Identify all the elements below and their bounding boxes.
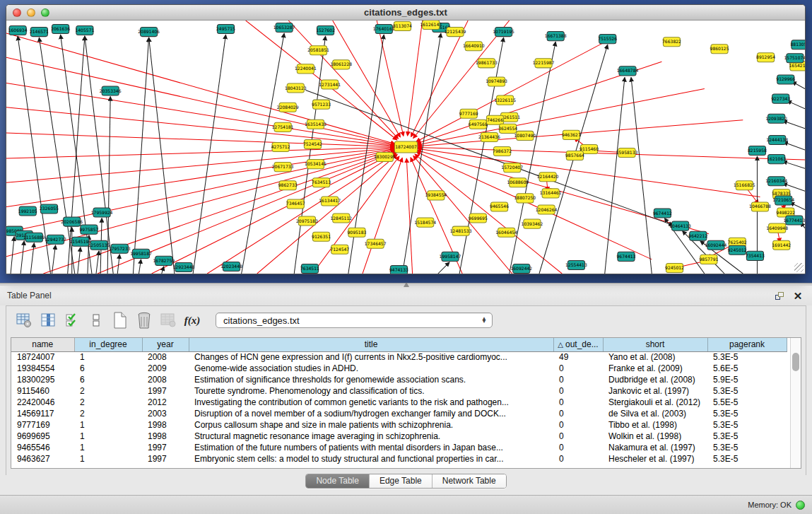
graph-node[interactable]: 9777169 [459, 109, 478, 118]
graph-node[interactable]: 16046454 [495, 228, 517, 237]
graph-edge[interactable] [133, 37, 148, 274]
column-header-name[interactable]: name [11, 338, 74, 351]
graph-node[interactable]: 22084029 [277, 103, 299, 112]
graph-node[interactable]: 9126351 [312, 232, 331, 241]
graph-node[interactable]: 12754181 [272, 122, 294, 132]
graph-edge[interactable] [402, 33, 440, 274]
graph-node[interactable]: 15166825 [734, 181, 755, 190]
graph-edge[interactable] [117, 255, 119, 274]
window-titlebar[interactable]: citations_edges.txt [6, 5, 805, 21]
graph-node[interactable]: 12046264 [536, 205, 558, 214]
graph-node[interactable]: 2146571 [30, 28, 49, 37]
graph-node[interactable]: 7634513 [312, 178, 331, 187]
graph-edge[interactable] [787, 101, 805, 109]
graph-edge[interactable] [510, 42, 556, 274]
graph-node[interactable]: 746266 [486, 115, 503, 124]
graph-node[interactable]: 17959924 [91, 208, 113, 217]
column-header-short[interactable]: short [603, 338, 707, 351]
graph-node[interactable]: 1527602 [316, 26, 335, 35]
graph-node[interactable]: 9674413 [617, 252, 636, 261]
graph-node[interactable]: 7346457 [286, 199, 305, 209]
graph-node[interactable]: 7986372 [493, 146, 512, 156]
graph-node[interactable]: 7663822 [662, 37, 681, 47]
graph-node[interactable]: 17210654 [772, 196, 794, 205]
graph-node[interactable]: 20891406 [138, 28, 160, 37]
graph-node[interactable]: 12160344 [765, 177, 787, 186]
graph-node[interactable]: 18061228 [330, 60, 352, 69]
graph-edge[interactable] [417, 150, 709, 233]
graph-edge[interactable] [438, 262, 449, 274]
graph-node[interactable]: 10466788 [749, 202, 771, 211]
graph-edge[interactable] [631, 77, 652, 274]
table-row[interactable]: 946362711997Embryonic stem cells: a mode… [11, 453, 787, 465]
graph-node[interactable]: 10464133 [669, 221, 691, 230]
graph-node[interactable]: 8912954 [756, 53, 775, 62]
graph-edge[interactable] [30, 243, 34, 274]
graph-node[interactable]: 9463627 [562, 130, 581, 139]
graph-edge[interactable] [139, 259, 141, 274]
graph-node[interactable]: 9571233 [312, 100, 331, 109]
graph-node[interactable]: 9129966 [776, 75, 795, 84]
table-row[interactable]: 1830029562008Estimation of significance … [11, 374, 787, 385]
graph-edge[interactable] [20, 241, 24, 274]
graph-node[interactable]: 2061636 [51, 25, 70, 34]
graph-node[interactable]: 19861733 [476, 59, 498, 68]
graph-node[interactable]: 8215958 [748, 146, 767, 155]
graph-node[interactable]: 4275712 [271, 142, 290, 151]
graph-edge[interactable] [6, 133, 394, 147]
graph-node[interactable]: 13226115 [494, 95, 516, 105]
graph-edge[interactable] [784, 142, 805, 150]
graph-edge[interactable] [377, 21, 404, 136]
table-row[interactable]: 977716911998Corpus callosum shape and si… [11, 419, 787, 431]
table-row[interactable]: 911546021997Tourette syndrome. Phenomeno… [11, 385, 787, 397]
graph-node[interactable]: 10807490 [514, 131, 536, 140]
graph-node[interactable]: 12505135 [88, 240, 110, 250]
graph-edge[interactable] [6, 57, 395, 144]
graph-node[interactable]: 7515526 [598, 35, 617, 44]
table-row[interactable]: 946554611997Estimation of the future num… [11, 442, 787, 453]
graph-node[interactable]: 8813054 [790, 40, 805, 49]
graph-node[interactable]: 9474133 [389, 265, 408, 274]
graph-node[interactable]: 16409948 [766, 223, 788, 233]
graph-node[interactable]: 8113074 [393, 22, 412, 31]
graph-edge[interactable] [162, 267, 164, 274]
graph-node[interactable]: 9975857 [79, 225, 98, 234]
graph-node[interactable]: 3624554 [498, 124, 517, 133]
graph-node[interactable]: 1606934 [8, 26, 28, 35]
graph-node[interactable]: 16640910 [463, 42, 485, 51]
float-panel-button[interactable] [772, 289, 787, 302]
graph-node[interactable]: 16126143 [420, 21, 442, 30]
panel-splitter[interactable] [0, 283, 812, 286]
graph-node[interactable]: 15184574 [414, 218, 436, 227]
graph-node[interactable]: 17640161 [373, 25, 395, 34]
graph-node[interactable]: 16351433 [305, 119, 326, 129]
table-row[interactable]: 969969511998Structural magnetic resonanc… [11, 431, 787, 442]
graph-node[interactable]: 10393462 [522, 219, 543, 228]
graph-node[interactable]: 9095183 [347, 228, 366, 237]
select-all-button[interactable] [61, 310, 83, 331]
splitter-handle[interactable] [404, 282, 409, 287]
graph-edge[interactable] [417, 148, 760, 197]
graph-node[interactable]: 16134417 [319, 197, 341, 206]
graph-edge[interactable] [363, 158, 402, 274]
graph-node[interactable]: 12845112 [330, 214, 352, 223]
graph-node[interactable]: 12554413 [565, 260, 587, 269]
function-builder-button[interactable]: f(x) [182, 310, 203, 331]
graph-node[interactable]: 15958133 [616, 148, 638, 158]
graph-node[interactable]: 16774413 [784, 216, 805, 225]
graph-node[interactable]: 9699695 [469, 214, 488, 223]
graph-node[interactable]: 16092442 [510, 264, 532, 273]
graph-node[interactable]: 12125439 [445, 28, 466, 37]
table-row[interactable]: 1872400712008Changes of HCN gene express… [11, 351, 787, 363]
graph-edge[interactable] [193, 35, 225, 274]
tab-node-table[interactable]: Node Table [306, 474, 370, 488]
graph-node[interactable]: 9860125 [710, 45, 729, 54]
graph-node[interactable]: 12731441 [319, 80, 341, 89]
graph-node[interactable]: 12923448 [173, 262, 195, 271]
graph-node[interactable]: 19958187 [130, 249, 152, 258]
graph-node[interactable]: 9674412 [653, 209, 672, 218]
graph-node[interactable]: 15751074 [784, 54, 805, 63]
graph-node[interactable]: 12481533 [450, 226, 472, 235]
graph-node[interactable]: 12215987 [533, 59, 555, 68]
graph-node[interactable]: 9465546 [490, 202, 509, 211]
